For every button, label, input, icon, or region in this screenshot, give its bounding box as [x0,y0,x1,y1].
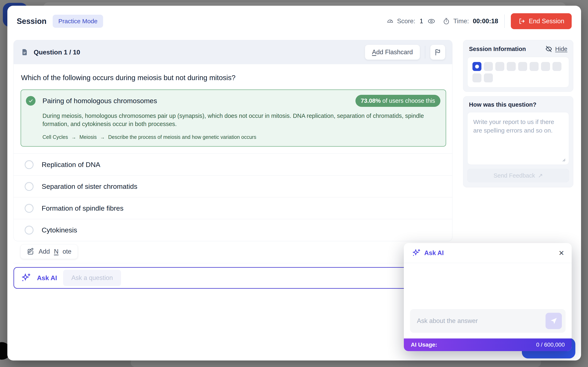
ask-ai-input-row [410,309,566,333]
flashcard-flag-divider [425,46,425,58]
question-progress-square[interactable] [507,62,516,71]
breadcrumb-item: Describe the process of meiosis and how … [108,134,256,140]
answer-option-row[interactable]: Separation of sister chromatids [14,175,452,197]
answer-stat-badge: 73.08% of users choose this [355,95,440,107]
question-feedback-panel: How was this question? Send Feedback ↗ [463,96,573,187]
add-note-button[interactable]: Add Note [20,244,78,259]
question-card: Question 1 / 10 Add Flashcard Which of t… [13,40,452,241]
session-information-panel: Session Information Hide [463,40,573,92]
sparkle-icon [20,273,31,283]
answer-explanation: During meiosis, homologous chromosomes p… [43,112,440,128]
ai-usage-value: 0 / 600,000 [536,342,565,348]
send-message-button[interactable] [545,313,562,329]
feedback-card [467,112,569,165]
ask-ai-bar-label: Ask AI [37,274,57,282]
score-group: Score: 1 [386,17,436,25]
question-progress-square[interactable] [484,62,493,71]
score-value: 1 [418,17,424,25]
session-header: Session Practice Mode Score: 1 [7,11,581,31]
gauge-icon [386,17,394,25]
question-progress-square[interactable] [530,62,539,71]
radio-icon[interactable] [25,204,34,213]
arrow-up-right-icon: ↗ [538,172,543,179]
question-counter: Question 1 / 10 [34,49,80,56]
question-progress-square[interactable] [484,73,493,82]
stat-text: of users choose this [381,98,435,104]
feedback-title: How was this question? [469,101,536,108]
header-status-area: Score: 1 [386,13,572,29]
hide-session-info-link[interactable]: Hide [545,45,567,53]
breadcrumb-item: Meiosis [79,134,97,140]
radio-icon[interactable] [25,182,34,191]
radio-icon[interactable] [25,160,34,169]
answer-option-row[interactable]: Formation of spindle fibres [14,197,452,219]
question-progress-square[interactable] [553,62,562,71]
question-progress-square[interactable] [541,62,550,71]
time-value: 00:00:18 [473,17,498,25]
end-session-label: End Session [529,17,564,25]
add-note-label-key: N [54,248,58,255]
session-information-title: Session Information [469,46,526,52]
send-feedback-button[interactable]: Send Feedback ↗ [467,169,569,182]
question-progress-grid [467,57,569,87]
stopwatch-icon [442,17,450,25]
answer-option-label: Formation of spindle fibres [42,204,123,212]
arrow-right-icon: → [100,134,105,140]
close-icon[interactable]: ✕ [559,249,564,257]
answer-option-label: Separation of sister chromatids [42,183,138,191]
ask-ai-chat-area [404,263,572,309]
app-window: Session Practice Mode Score: 1 [7,6,581,360]
ai-usage-label: AI Usage: [411,342,437,348]
eye-icon[interactable] [427,17,435,25]
radio-icon[interactable] [25,226,34,234]
resize-handle-icon[interactable] [562,158,566,162]
paper-plane-icon [550,317,558,325]
ask-ai-popup: Ask AI ✕ AI Usage: 0 / 600,000 [404,243,572,351]
answer-option-row[interactable]: Replication of DNA [14,154,452,175]
check-icon [26,96,35,106]
logout-icon [518,18,525,25]
ai-usage-bar: AI Usage: 0 / 600,000 [404,338,572,351]
ask-question-input[interactable]: Ask a question [63,270,121,286]
answer-option-label: Pairing of homologous chromosomes [43,97,157,105]
breadcrumb-item: Cell Cycles [43,134,68,140]
ask-ai-input[interactable] [417,317,545,325]
session-information-header: Session Information Hide [463,40,573,57]
question-progress-square[interactable] [495,62,504,71]
ask-ai-bar: Ask AI Ask a question [13,267,452,289]
feedback-textarea[interactable] [473,118,563,159]
question-progress-square[interactable] [518,62,527,71]
ask-ai-popup-title: Ask AI [424,249,444,257]
flag-icon [434,48,442,56]
question-card-header: Question 1 / 10 Add Flashcard [14,40,452,64]
sparkle-icon [411,248,421,258]
practice-mode-badge: Practice Mode [53,15,103,28]
edit-note-icon [27,248,35,256]
ask-ai-popup-header: Ask AI ✕ [404,243,572,263]
add-note-label-rest: ote [63,248,71,255]
topic-breadcrumb: Cell Cycles → Meiosis → Describe the pro… [43,134,440,140]
time-group: Time: 00:00:18 [442,17,498,25]
document-icon [21,48,29,56]
correct-answer-row[interactable]: Pairing of homologous chromosomes 73.08%… [26,95,440,107]
correct-answer-block: Pairing of homologous chromosomes 73.08%… [21,90,446,147]
eye-off-icon [545,45,553,53]
end-session-button[interactable]: End Session [511,13,572,29]
header-divider [504,15,505,28]
answer-option-label: Cytokinesis [42,226,77,234]
flag-question-button[interactable] [430,45,445,60]
time-label: Time: [453,17,469,25]
answer-option-row[interactable]: Cytokinesis [14,219,452,241]
add-note-label-pre: Add [39,248,50,255]
hide-label: Hide [555,46,567,52]
feedback-header: How was this question? [463,96,573,112]
add-flashcard-button[interactable]: Add Flashcard [365,45,420,60]
answer-options-list: Replication of DNA Separation of sister … [14,154,452,241]
add-flashcard-label-key: A [372,49,376,56]
score-label: Score: [397,17,415,25]
question-progress-square[interactable] [472,62,481,71]
arrow-right-icon: → [71,134,76,140]
stat-percent: 73.08% [361,98,381,104]
add-flashcard-label-rest: dd Flashcard [376,49,413,56]
question-progress-square[interactable] [472,73,481,82]
